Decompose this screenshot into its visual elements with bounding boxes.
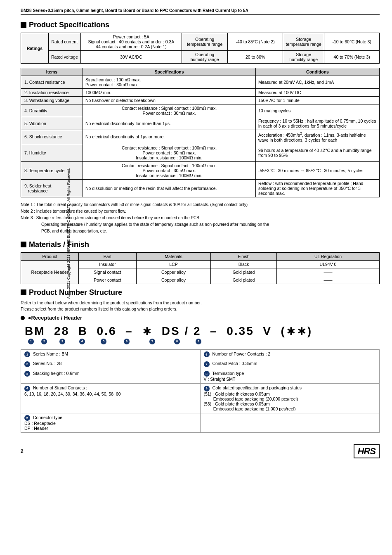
table-row: 5. Vibration No electrical discontinuity… [21, 117, 380, 130]
specs-header-specs: Specifications [83, 68, 256, 76]
circle-2: 2 [41, 339, 47, 344]
legend-circle-4: 4 [24, 386, 30, 391]
cond-humidity: 96 hours at a temperature of 40 ±2℃ and … [256, 144, 380, 161]
spec-durability: Contact resistance : Signal contact : 10… [83, 104, 256, 117]
mat-header-finish: Finish [211, 252, 277, 260]
part-number-display: BM 28 B 0.6 – ∗ DS / 2 – 0.35 V (∗∗) [25, 324, 380, 338]
stor-hum-value: 40 to 70% (Note 3) [324, 51, 380, 64]
notes-section: Note 1 : The total current capacity for … [21, 202, 380, 235]
circle-9: 9 [196, 339, 201, 344]
legend-cell-2-right: 7 Contact Pitch : 0.35mm [200, 359, 380, 369]
item-contact-resistance: 1. Contact resistance [21, 76, 83, 89]
mat-material-lcp: LCP [137, 260, 211, 268]
legend-cell-4-left: 4 Number of Signal Contacts :6, 10, 16, … [21, 384, 201, 413]
stor-temp-value: -10 to 60℃ (Note 3) [324, 33, 380, 51]
mat-header-materials: Materials [137, 252, 211, 260]
legend-cell-4-right: 9 Gold plated specification and packagin… [200, 384, 380, 413]
product-number-title: Product Number Structure [21, 288, 380, 297]
item-temp-cycle: 8. Temperature cycle [21, 161, 83, 179]
spec-contact-resistance: Signal contact : 100mΩ max.Power contact… [83, 76, 256, 89]
circle-1: 1 [28, 339, 34, 344]
rated-voltage-value: 30V AC/DC [80, 51, 182, 64]
op-hum-label: Operatinghumidity range [182, 51, 227, 64]
mat-ul-power: —— [277, 276, 380, 284]
section-marker [21, 22, 26, 28]
legend-text-1: Series Name : BM [33, 351, 68, 356]
legend-cell-3-left: 3 Stacking height : 0.6mm [21, 369, 201, 384]
cond-insulation: Measured at 100V DC [256, 89, 380, 97]
cond-temp-cycle: -55±3℃ : 30 minutes → 85±2℃ : 30 minutes… [256, 161, 380, 179]
table-row: 8. Temperature cycle Contact resistance … [21, 161, 380, 179]
note-3: Note 3 : Storage refers to long-term-sto… [21, 215, 380, 221]
circle-8: 8 [174, 339, 180, 344]
specs-table: Items Specifications Conditions 1. Conta… [21, 68, 380, 197]
circle-4: 4 [79, 339, 85, 344]
mat-header-part: Part [79, 252, 137, 260]
mat-ul-signal: —— [277, 268, 380, 276]
table-row: Receptacle Header Insulator LCP Black UL… [21, 260, 380, 268]
circle-3: 3 [59, 339, 65, 344]
legend-circle-2: 2 [24, 361, 30, 367]
ratings-label: Ratings [21, 33, 49, 64]
pn-intro-1: Refer to the chart below when determinin… [21, 300, 380, 305]
mat-part-power: Power contact [79, 276, 137, 284]
table-row: 2. Insulation resistance 1000MΩ min. Mea… [21, 89, 380, 97]
table-row: 9. Solder heat resistance No dissolution… [21, 179, 380, 197]
table-row: 6. Shock resistance No electrical discon… [21, 130, 380, 144]
op-temp-value: -40 to 85°C (Note 2) [228, 33, 283, 51]
circle-6: 6 [124, 339, 130, 344]
spec-shock: No electrical discontinuity of 1μs or mo… [83, 130, 256, 144]
legend-cell-2-left: 2 Series No. : 28 [21, 359, 201, 369]
spec-insulation: 1000MΩ min. [83, 89, 256, 97]
legend-text-7: Contact Pitch : 0.35mm [212, 361, 257, 366]
legend-cell-1-right: 6 Number of Power Contacts : 2 [200, 349, 380, 359]
legend-text-8: Termination typeV : Straight SMT [204, 371, 244, 382]
item-withstand: 3. Withstanding voltage [21, 97, 83, 104]
legend-circle-9: 9 [204, 386, 210, 391]
spec-withstand: No flashover or dielectric breakdown [83, 97, 256, 104]
rated-voltage-label: Rated voltage [48, 51, 80, 64]
legend-circle-6: 6 [204, 351, 210, 357]
receptacle-header-label: ●Receptacle / Header [21, 315, 380, 321]
legend-text-6: Number of Power Contacts : 2 [212, 351, 270, 356]
cond-shock: Acceleration : 450m/s2, duration : 11ms,… [256, 130, 380, 144]
legend-text-4: Number of Signal Contacts :6, 10, 16, 18… [24, 385, 121, 396]
legend-table: 1 Series Name : BM 6 Number of Power Con… [21, 349, 380, 433]
spec-vibration: No electrical discontinuity for more tha… [83, 117, 256, 130]
item-durability: 4. Durability [21, 104, 83, 117]
mat-finish-power: Gold plated [211, 276, 277, 284]
item-shock: 6. Shock resistance [21, 130, 83, 144]
table-row: 7. Humidity Contact resistance : Signal … [21, 144, 380, 161]
pn-intro-2: Please select from the product numbers l… [21, 306, 380, 311]
part-number-text: BM 28 B 0.6 – ∗ DS / 2 – 0.35 V (∗∗) [25, 325, 312, 337]
legend-row-2: 2 Series No. : 28 7 Contact Pitch : 0.35… [21, 359, 380, 369]
op-hum-value: 20 to 80% [228, 51, 283, 64]
stor-hum-label: Storagehumidity range [283, 51, 324, 64]
cond-solder: Reflow : with recommended temperature pr… [256, 179, 380, 197]
legend-cell-5-right [200, 413, 380, 433]
cond-vibration: Frequency : 10 to 55Hz ; half amplitude … [256, 117, 380, 130]
op-temp-label: Operatingtemperature range [182, 33, 227, 51]
product-specs-title: Product Specifications [21, 21, 380, 29]
item-vibration: 5. Vibration [21, 117, 83, 130]
bullet-circle-icon [21, 316, 25, 320]
specs-header-conds: Conditions [256, 68, 380, 76]
stor-temp-label: Storagetemperature range [283, 33, 324, 51]
item-humidity: 7. Humidity [21, 144, 83, 161]
materials-table: Product Part Materials Finish UL Regulat… [21, 252, 380, 284]
cond-withstand: 150V AC for 1 minute [256, 97, 380, 104]
note-3-cont2: PCB, and during transportation, etc. [21, 228, 380, 235]
mat-finish-black: Black [211, 260, 277, 268]
mat-ul-1: UL94V-0 [277, 260, 380, 268]
legend-circle-8: 8 [204, 371, 210, 377]
item-solder: 9. Solder heat resistance [21, 179, 83, 197]
rated-current-value: Power contact : 5A Signal contact : 40 c… [80, 33, 182, 51]
table-row: 4. Durability Contact resistance : Signa… [21, 104, 380, 117]
legend-circle-5: 5 [24, 415, 30, 421]
item-insulation: 2. Insulation resistance [21, 89, 83, 97]
mat-material-power: Copper alloy [137, 276, 211, 284]
legend-row-3: 3 Stacking height : 0.6mm 8 Termination … [21, 369, 380, 384]
note-3-cont1: Operating temperature / humidity range a… [21, 221, 380, 228]
cond-contact-resistance: Measured at 20mV AC, 1kHz, and 1mA [256, 76, 380, 89]
page-number: 2 [21, 448, 24, 454]
